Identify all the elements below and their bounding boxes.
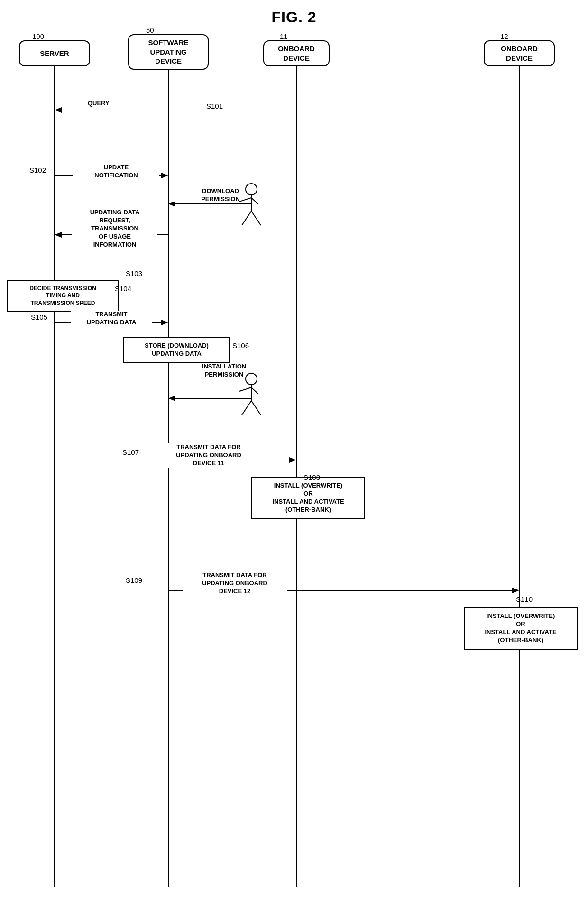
stick-figure-download	[232, 183, 270, 228]
transmit-updating-label: TRANSMITUPDATING DATA	[71, 311, 152, 327]
decide-box: DECIDE TRANSMISSIONTIMING ANDTRANSMISSIO…	[7, 280, 119, 312]
svg-point-20	[246, 184, 257, 195]
svg-line-23	[251, 198, 258, 204]
s109-label: S109	[126, 576, 142, 584]
s105-label: S105	[31, 313, 47, 321]
server-entity: SERVER	[19, 40, 90, 66]
onboard11-number: 11	[280, 32, 288, 40]
svg-marker-9	[55, 232, 62, 238]
s103-label: S103	[126, 269, 142, 277]
store-box: STORE (DOWNLOAD)UPDATING DATA	[123, 337, 230, 363]
svg-marker-7	[161, 173, 168, 178]
transmit-device12-label: TRANSMIT DATA FORUPDATING ONBOARDDEVICE …	[183, 571, 287, 596]
s101-label: S101	[206, 102, 223, 110]
svg-marker-5	[55, 107, 62, 113]
svg-marker-13	[289, 457, 296, 463]
onboard12-number: 12	[500, 32, 508, 40]
onboard12-entity: ONBOARDDEVICE	[484, 40, 555, 66]
svg-line-28	[239, 387, 251, 391]
svg-marker-19	[168, 396, 175, 401]
updating-data-label: UPDATING DATAREQUEST,TRANSMISSIONOF USAG…	[72, 209, 157, 248]
server-number: 100	[32, 32, 44, 40]
s108-label: S108	[303, 473, 320, 481]
svg-line-24	[242, 211, 251, 225]
query-label: QUERY	[88, 100, 110, 108]
svg-marker-17	[168, 201, 175, 207]
s102-label: S102	[29, 166, 46, 174]
install-box2: INSTALL (OVERWRITE)ORINSTALL AND ACTIVAT…	[464, 607, 578, 650]
s110-label: S110	[516, 595, 533, 603]
swupdate-number: 50	[146, 26, 154, 34]
figure-title: FIG. 2	[0, 9, 588, 26]
s106-label: S106	[232, 341, 249, 350]
svg-line-25	[251, 211, 261, 225]
svg-line-31	[251, 401, 261, 415]
install-box1: INSTALL (OVERWRITE)ORINSTALL AND ACTIVAT…	[251, 477, 365, 519]
svg-marker-15	[512, 588, 519, 593]
svg-point-26	[246, 373, 257, 385]
svg-line-30	[242, 401, 251, 415]
swupdate-entity: SOFTWAREUPDATINGDEVICE	[128, 34, 209, 70]
onboard11-entity: ONBOARDDEVICE	[263, 40, 330, 66]
s104-label: S104	[115, 285, 131, 293]
update-notif-label: UPDATENOTIFICATION	[74, 164, 159, 180]
svg-line-22	[239, 198, 251, 202]
svg-marker-11	[161, 320, 168, 325]
stick-figure-install	[232, 372, 270, 417]
s107-label: S107	[122, 448, 139, 456]
transmit-device11-label: TRANSMIT DATA FORUPDATING ONBOARDDEVICE …	[156, 443, 261, 468]
svg-line-29	[251, 387, 258, 394]
diagram-svg	[0, 0, 588, 911]
